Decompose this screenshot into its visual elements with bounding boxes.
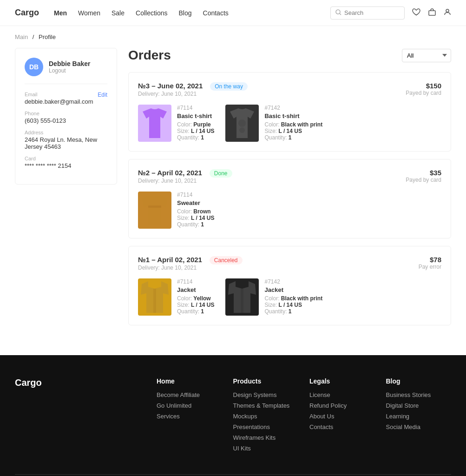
footer-brand-name: Cargo — [15, 377, 145, 388]
edit-link[interactable]: Edit — [98, 92, 107, 98]
wishlist-icon[interactable] — [412, 8, 420, 18]
order-3-pay-info: Payed by card — [406, 90, 441, 96]
orders-header: Orders All On the way Done Canceled — [128, 48, 451, 63]
breadcrumb-current: Profile — [39, 33, 56, 40]
order-3-delivery: Delivery: June 10, 2021 — [138, 91, 248, 97]
footer-link-design-systems[interactable]: Design Systems — [233, 391, 299, 398]
item-id: #7114 — [177, 192, 214, 198]
cart-icon[interactable] — [428, 8, 436, 18]
item-size: Size: L / 14 US — [177, 128, 214, 134]
order-1-status: Canceled — [210, 256, 243, 264]
search-input[interactable] — [344, 9, 395, 16]
item-name: Basic t-shirt — [177, 112, 214, 119]
item-color: Color: Yellow — [177, 295, 214, 302]
footer-col-home: Home Become Affiliate Go Unlimited Servi… — [157, 377, 222, 456]
footer-bottom: Copyright © 2020 — [15, 474, 451, 476]
footer-link-become-affiliate[interactable]: Become Affiliate — [157, 391, 222, 398]
header-icons — [412, 8, 451, 18]
orders-filter[interactable]: All On the way Done Canceled — [402, 49, 451, 62]
order-3-price: $150 — [406, 82, 441, 90]
footer-col-blog: Blog Business Stories Digital Store Lear… — [386, 377, 452, 456]
nav-contacts[interactable]: Contacts — [203, 9, 229, 17]
order-card-1: №1 – April 02, 2021 Canceled Delivery: J… — [128, 246, 451, 325]
item-qty: Quantity: 1 — [177, 308, 214, 315]
footer-brand: Cargo — [15, 377, 145, 456]
user-icon[interactable] — [444, 8, 451, 18]
footer-link-business-stories[interactable]: Business Stories — [386, 391, 452, 398]
footer-link-mockups[interactable]: Mockups — [233, 413, 299, 420]
item-color: Color: Black with print — [264, 295, 322, 302]
header: Cargo Men Women Sale Collections Blog Co… — [0, 0, 466, 26]
email-value: debbie.baker@gmail.com — [25, 98, 107, 105]
search-box[interactable] — [330, 7, 405, 20]
footer-link-about-us[interactable]: About Us — [309, 413, 375, 420]
svg-point-4 — [238, 119, 246, 127]
footer-link-learning[interactable]: Learning — [386, 413, 452, 420]
item-image — [138, 192, 171, 229]
orders-title: Orders — [128, 48, 171, 63]
footer-link-contacts[interactable]: Contacts — [309, 423, 375, 430]
item-qty: Quantity: 1 — [177, 221, 214, 228]
card-field: Card **** **** **** 2154 — [25, 156, 107, 169]
footer-link-services[interactable]: Services — [157, 413, 222, 420]
svg-point-3 — [446, 9, 449, 12]
order-item: #7114 Basic t-shirt Color: Purple Size: … — [138, 105, 214, 142]
orders-section: Orders All On the way Done Canceled №3 –… — [128, 48, 451, 333]
site-logo: Cargo — [15, 8, 39, 18]
footer-link-presentations[interactable]: Presentations — [233, 423, 299, 430]
order-card-3: №3 – June 02, 2021 On the way Delivery: … — [128, 72, 451, 152]
order-1-items: #7114 Jacket Color: Yellow Size: L / 14 … — [138, 278, 441, 316]
order-1-header: №1 – April 02, 2021 Canceled Delivery: J… — [138, 256, 441, 271]
nav-blog[interactable]: Blog — [179, 9, 192, 17]
address-label: Address — [25, 130, 107, 135]
item-color: Color: Black with print — [264, 121, 322, 128]
search-icon — [335, 9, 341, 17]
order-2-pay-info: Payed by card — [406, 177, 441, 183]
footer-link-social-media[interactable]: Social Media — [386, 423, 452, 430]
item-name: Jacket — [177, 286, 214, 293]
card-value: **** **** **** 2154 — [25, 162, 107, 169]
footer-link-license[interactable]: License — [309, 391, 375, 398]
item-size: Size: L / 14 US — [264, 302, 322, 308]
header-right — [330, 7, 451, 20]
item-qty: Quantity: 1 — [264, 308, 322, 315]
item-info: #7142 Basic t-shirt Color: Black with pr… — [264, 105, 322, 141]
phone-label: Phone — [25, 111, 107, 116]
order-1-delivery: Delivery: June 10, 2021 — [138, 264, 243, 271]
footer-link-ui-kits[interactable]: UI Kits — [233, 445, 299, 452]
nav-women[interactable]: Women — [78, 9, 100, 17]
footer-link-themes-templates[interactable]: Themes & Templates — [233, 402, 299, 409]
main-content: DB Debbie Baker Logout Email Edit debbie… — [0, 48, 466, 355]
order-1-price: $78 — [419, 256, 441, 264]
order-2-price: $35 — [406, 169, 441, 177]
nav-collections[interactable]: Collections — [136, 9, 167, 17]
order-1-amount: $78 Pay error — [419, 256, 441, 270]
user-name: Debbie Baker — [49, 60, 90, 67]
svg-rect-8 — [241, 289, 243, 313]
address-value: 2464 Royal Ln. Mesa, New Jersey 45463 — [25, 136, 107, 150]
order-1-number: №1 – April 02, 2021 — [138, 256, 202, 264]
order-1-pay-info: Pay error — [419, 264, 441, 270]
order-3-status: On the way — [210, 82, 248, 91]
footer-link-digital-store[interactable]: Digital Store — [386, 402, 452, 409]
order-item: #7114 Jacket Color: Yellow Size: L / 14 … — [138, 278, 214, 316]
footer: Cargo Home Become Affiliate Go Unlimited… — [0, 355, 466, 476]
svg-point-0 — [336, 10, 340, 14]
order-item: #7142 Jacket Color: Black with print Siz… — [225, 278, 322, 316]
nav-men[interactable]: Men — [54, 9, 67, 17]
footer-link-refund-policy[interactable]: Refund Policy — [309, 402, 375, 409]
footer-col-products: Products Design Systems Themes & Templat… — [233, 377, 299, 456]
nav-sale[interactable]: Sale — [112, 9, 125, 17]
svg-rect-2 — [429, 11, 435, 15]
svg-line-1 — [340, 13, 341, 15]
breadcrumb-main[interactable]: Main — [15, 33, 28, 40]
item-size: Size: L / 14 US — [177, 302, 214, 308]
footer-col-home-title: Home — [157, 377, 222, 385]
item-id: #7114 — [177, 278, 214, 285]
avatar-row: DB Debbie Baker Logout — [25, 58, 107, 76]
footer-link-wireframes-kits[interactable]: Wireframes Kits — [233, 434, 299, 441]
logout-link[interactable]: Logout — [49, 67, 90, 74]
footer-link-go-unlimited[interactable]: Go Unlimited — [157, 402, 222, 409]
breadcrumb: Main / Profile — [0, 26, 466, 48]
footer-col-legals: Legals License Refund Policy About Us Co… — [309, 377, 375, 456]
